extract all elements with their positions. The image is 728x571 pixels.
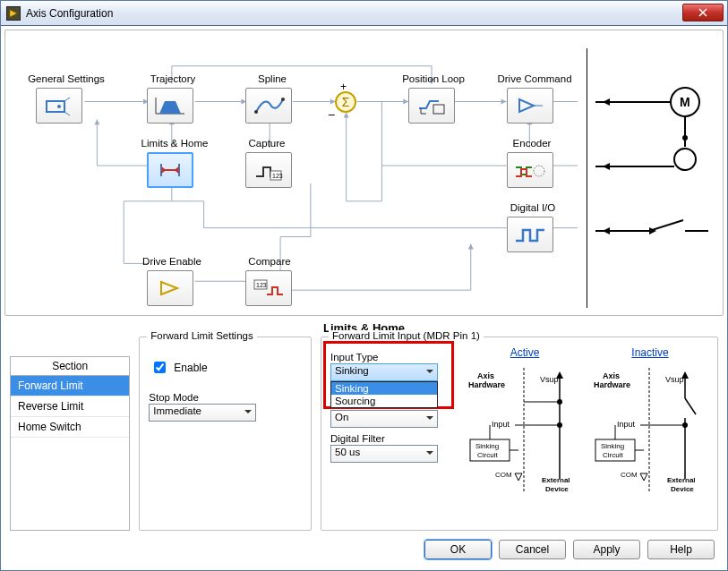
fls-legend: Forward Limit Settings: [147, 330, 256, 341]
svg-text:Sinking: Sinking: [475, 442, 499, 450]
input-type-option-sourcing[interactable]: Sourcing: [331, 395, 437, 407]
trajectory-label: Trajectory: [141, 73, 204, 84]
section-item-forward-limit[interactable]: Forward Limit: [11, 376, 129, 396]
svg-text:Hardware: Hardware: [594, 380, 630, 389]
active-state-combo[interactable]: On: [330, 410, 438, 428]
general-settings-label: General Settings: [21, 73, 111, 84]
svg-marker-21: [161, 282, 177, 294]
svg-marker-11: [468, 244, 474, 250]
svg-text:Device: Device: [545, 485, 569, 493]
svg-text:Input: Input: [617, 420, 636, 429]
enable-checkbox[interactable]: [154, 362, 166, 373]
svg-text:External: External: [542, 476, 570, 484]
input-type-option-sinking[interactable]: Sinking: [331, 382, 437, 395]
svg-text:Circuit: Circuit: [477, 451, 498, 459]
svg-text:COM: COM: [621, 471, 638, 479]
enable-label: Enable: [174, 362, 207, 374]
drive-enable-label: Drive Enable: [136, 256, 208, 267]
svg-point-67: [682, 422, 688, 428]
sum-plus: +: [340, 81, 347, 93]
svg-marker-33: [603, 227, 610, 234]
summing-junction: Σ: [335, 91, 356, 113]
digital-filter-label: Digital Filter: [330, 433, 456, 444]
svg-text:Axis: Axis: [603, 371, 620, 380]
position-loop-label: Position Loop: [398, 73, 469, 84]
section-header: Section: [10, 356, 130, 376]
drive-enable-node[interactable]: [147, 270, 193, 306]
limits-home-node[interactable]: [147, 152, 193, 188]
forward-limit-settings-group: Forward Limit Settings Enable Stop Mode …: [139, 337, 312, 531]
general-settings-node[interactable]: [36, 88, 82, 124]
limits-home-label: Limits & Home: [134, 138, 215, 149]
svg-marker-7: [344, 112, 349, 117]
svg-rect-16: [433, 105, 444, 114]
axis-config-window: Axis Configuration: [0, 0, 728, 571]
digital-filter-combo[interactable]: 50 us: [330, 445, 438, 463]
svg-text:Sinking: Sinking: [601, 442, 624, 450]
fli-legend: Forward Limit Input (MDR Pin 1): [329, 330, 484, 341]
signal-flow-panel: General Settings Trajectory Spline Σ + −…: [4, 30, 724, 316]
trajectory-node[interactable]: [147, 88, 193, 124]
motor-letter: M: [680, 95, 690, 109]
svg-text:Axis: Axis: [477, 371, 494, 380]
svg-marker-53: [515, 473, 522, 481]
forward-limit-input-group: Forward Limit Input (MDR Pin 1) Input Ty…: [321, 337, 718, 531]
svg-text:COM: COM: [495, 471, 512, 479]
digital-io-label: Digital I/O: [501, 202, 564, 213]
svg-marker-0: [10, 10, 17, 17]
svg-point-15: [281, 98, 285, 101]
svg-text:Device: Device: [671, 485, 694, 493]
compare-node[interactable]: 123: [245, 270, 292, 306]
position-loop-node[interactable]: [408, 88, 455, 124]
right-output-icons: M: [587, 48, 712, 308]
svg-point-20: [534, 166, 544, 176]
encoder-node[interactable]: [507, 152, 553, 188]
svg-marker-73: [640, 473, 647, 481]
svg-marker-17: [519, 99, 534, 112]
spline-node[interactable]: [245, 88, 292, 124]
stop-mode-label: Stop Mode: [149, 392, 302, 403]
input-type-dropdown-list: Sinking Sourcing: [330, 381, 438, 408]
input-type-combo[interactable]: Sinking Sinking Sourcing: [330, 363, 438, 381]
spline-label: Spline: [245, 73, 299, 84]
close-button[interactable]: [682, 4, 724, 21]
svg-point-13: [57, 105, 61, 108]
ok-button[interactable]: OK: [424, 540, 492, 559]
compare-label: Compare: [238, 256, 301, 267]
apply-button[interactable]: Apply: [573, 540, 640, 559]
section-item-home-switch[interactable]: Home Switch: [11, 417, 129, 438]
svg-point-14: [254, 110, 258, 114]
input-type-label: Input Type: [330, 352, 456, 362]
digital-io-node[interactable]: [507, 217, 553, 252]
cancel-button[interactable]: Cancel: [499, 540, 566, 559]
section-item-reverse-limit[interactable]: Reverse Limit: [11, 396, 129, 417]
stop-mode-combo[interactable]: Immediate: [149, 404, 256, 422]
svg-text:Circuit: Circuit: [603, 451, 623, 459]
capture-node[interactable]: 123: [245, 152, 292, 188]
svg-point-28: [682, 135, 688, 141]
svg-text:Input: Input: [492, 420, 510, 429]
svg-point-29: [674, 149, 696, 170]
drive-command-label: Drive Command: [494, 73, 575, 84]
svg-text:123: 123: [256, 282, 267, 288]
drive-command-node[interactable]: [507, 88, 553, 124]
svg-marker-9: [94, 119, 99, 124]
sum-minus: −: [328, 107, 335, 122]
titlebar: Axis Configuration: [1, 1, 727, 26]
help-button[interactable]: Help: [647, 540, 715, 559]
svg-line-35: [649, 220, 683, 231]
svg-text:Vsup: Vsup: [665, 375, 684, 384]
section-list: Forward Limit Reverse Limit Home Switch: [10, 376, 130, 531]
svg-marker-26: [603, 98, 610, 106]
active-diagram-title: Active: [510, 346, 540, 359]
capture-label: Capture: [240, 138, 294, 149]
labview-icon: [6, 6, 21, 21]
inactive-diagram: Axis Hardware Vsup Input: [592, 362, 708, 497]
svg-marker-5: [501, 99, 507, 105]
svg-point-47: [557, 422, 562, 428]
circuit-diagrams: Active Axis Hardware Vsup Input: [467, 345, 708, 523]
bottom-panel: Limits & Home Section Forward Limit Reve…: [4, 321, 724, 567]
inactive-diagram-title: Inactive: [631, 346, 668, 359]
window-title: Axis Configuration: [26, 7, 113, 20]
svg-text:Hardware: Hardware: [468, 380, 505, 389]
